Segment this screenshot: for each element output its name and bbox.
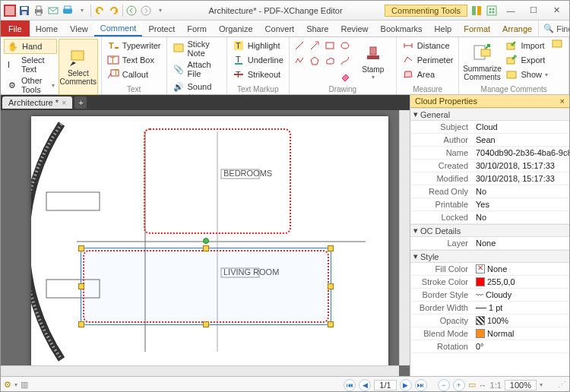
scan-icon[interactable] <box>62 5 74 17</box>
tab-help[interactable]: Help <box>429 21 458 36</box>
pencil-shape[interactable] <box>338 54 352 68</box>
cloud-shape[interactable] <box>323 54 337 68</box>
launch-icon[interactable] <box>486 5 498 17</box>
rect-shape[interactable] <box>323 39 337 52</box>
document-tab[interactable]: Architecture *× <box>2 96 72 109</box>
next-page-button[interactable]: ▶ <box>400 379 412 391</box>
find-button[interactable]: 🔍Find… <box>538 21 570 36</box>
vertical-scrollbar[interactable] <box>399 110 410 365</box>
tab-convert[interactable]: Convert <box>259 21 301 36</box>
summarize-comments[interactable]: Summarize Comments <box>462 39 502 85</box>
tab-bookmarks[interactable]: Bookmarks <box>375 21 429 36</box>
close-tab-icon[interactable]: × <box>62 98 66 107</box>
print-icon[interactable] <box>33 5 45 17</box>
resize-handle[interactable] <box>203 321 209 327</box>
undo-icon[interactable] <box>93 5 106 17</box>
horizontal-scrollbar[interactable] <box>1 365 399 376</box>
tab-review[interactable]: Review <box>334 21 374 36</box>
tab-view[interactable]: View <box>64 21 94 36</box>
zoom-display[interactable]: 100% <box>505 380 537 390</box>
minimize-button[interactable]: — <box>501 4 521 17</box>
prop-layer[interactable]: None <box>473 237 569 249</box>
add-tab-button[interactable]: + <box>74 96 87 109</box>
selection-box[interactable] <box>81 248 331 324</box>
resize-handle[interactable] <box>203 245 209 251</box>
stamp-tool[interactable]: Stamp▾ <box>353 39 393 85</box>
polyline-shape[interactable] <box>293 54 306 68</box>
attach-file-tool[interactable]: 📎Attach File <box>170 59 223 79</box>
prop-strokecolor[interactable]: 255,0,0 <box>473 276 569 288</box>
qat-dropdown-icon[interactable]: ▾ <box>76 5 88 17</box>
page-display[interactable]: 1/1 <box>374 380 396 390</box>
select-text-tool[interactable]: ISelect Text <box>4 55 57 74</box>
prop-opacity[interactable]: 100% <box>473 315 569 327</box>
tab-format[interactable]: Format <box>458 21 496 36</box>
other-tools[interactable]: ⚙Other Tools▾ <box>4 75 57 95</box>
resize-handle[interactable] <box>78 283 84 289</box>
export-comments[interactable]: Export <box>503 53 550 67</box>
oval-shape[interactable] <box>338 39 352 52</box>
prop-author[interactable]: Sean <box>473 134 569 146</box>
mail-icon[interactable] <box>47 5 59 17</box>
first-page-button[interactable]: ⏮ <box>344 379 356 391</box>
prop-borderwidth[interactable]: 1 pt <box>473 302 569 314</box>
page-fit-icon[interactable]: ▭ <box>468 380 476 390</box>
sound-tool[interactable]: 🔊Sound <box>170 80 223 93</box>
save-icon[interactable] <box>18 5 30 17</box>
close-panel-icon[interactable]: × <box>560 96 565 106</box>
arrow-shape[interactable] <box>308 39 321 52</box>
prop-rotation[interactable]: 0° <box>473 340 569 352</box>
underline-tool[interactable]: TUnderline <box>230 53 286 67</box>
tab-form[interactable]: Form <box>181 21 213 36</box>
file-tab[interactable]: File <box>1 21 30 36</box>
prop-printable[interactable]: Yes <box>473 198 569 210</box>
eraser-tool[interactable] <box>338 69 352 83</box>
typewriter-tool[interactable]: TTypewriter <box>105 39 163 52</box>
perimeter-tool[interactable]: Perimeter <box>400 53 456 67</box>
qat-dropdown2-icon[interactable]: ▾ <box>154 5 166 17</box>
resize-handle[interactable] <box>78 245 84 251</box>
section-general[interactable]: ▾General <box>410 108 569 121</box>
prop-blendmode[interactable]: Normal <box>473 327 569 340</box>
close-button[interactable]: ✕ <box>546 4 566 17</box>
zoom-in-button[interactable]: + <box>453 379 465 391</box>
prop-subject[interactable]: Cloud <box>473 121 569 133</box>
prop-locked[interactable]: No <box>473 211 569 223</box>
prop-name[interactable]: 7040db90-2b36-4ba6-9c8ad88a8… <box>473 147 569 159</box>
canvas[interactable]: BEDROOMS LIVING ROOM <box>1 110 410 376</box>
options-icon[interactable]: ⚙ <box>4 380 11 390</box>
last-page-button[interactable]: ⏭ <box>415 379 427 391</box>
section-style[interactable]: ▾Style <box>410 250 569 263</box>
prop-borderstyle[interactable]: 〰Cloudy <box>473 289 569 301</box>
tab-arrange[interactable]: Arrange <box>496 21 538 36</box>
resize-handle[interactable] <box>328 245 334 251</box>
tab-organize[interactable]: Organize <box>213 21 259 36</box>
textbox-tool[interactable]: TText Box <box>105 53 163 67</box>
tab-protect[interactable]: Protect <box>142 21 181 36</box>
line-shape[interactable] <box>293 39 306 52</box>
highlight-tool[interactable]: THighlight <box>230 39 286 52</box>
tab-home[interactable]: Home <box>30 21 64 36</box>
prop-readonly[interactable]: No <box>473 185 569 198</box>
prop-fillcolor[interactable]: None <box>473 263 569 275</box>
nav-back-icon[interactable] <box>125 5 138 17</box>
prev-page-button[interactable]: ◀ <box>359 379 371 391</box>
cloud-annotation-1[interactable] <box>145 130 290 232</box>
resize-grip-icon[interactable]: ⋰ <box>558 380 566 390</box>
area-tool[interactable]: Area <box>400 68 456 81</box>
hand-tool[interactable]: ✋Hand <box>4 39 57 54</box>
nav-forward-icon[interactable] <box>140 5 152 17</box>
sticky-note-tool[interactable]: Sticky Note <box>170 39 223 58</box>
import-comments[interactable]: Import <box>503 39 550 52</box>
comments-list-icon[interactable] <box>552 39 564 51</box>
resize-handle[interactable] <box>328 321 334 327</box>
actual-size-icon[interactable]: 1:1 <box>490 381 502 390</box>
callout-tool[interactable]: TCallout <box>105 68 163 81</box>
strikeout-tool[interactable]: TStrikeout <box>230 68 286 81</box>
tab-share[interactable]: Share <box>300 21 334 36</box>
ui-options-icon[interactable] <box>470 5 483 17</box>
rotate-handle[interactable] <box>203 238 209 244</box>
distance-tool[interactable]: Distance <box>400 39 456 52</box>
resize-handle[interactable] <box>78 321 84 327</box>
tab-comment[interactable]: Comment <box>94 21 143 36</box>
